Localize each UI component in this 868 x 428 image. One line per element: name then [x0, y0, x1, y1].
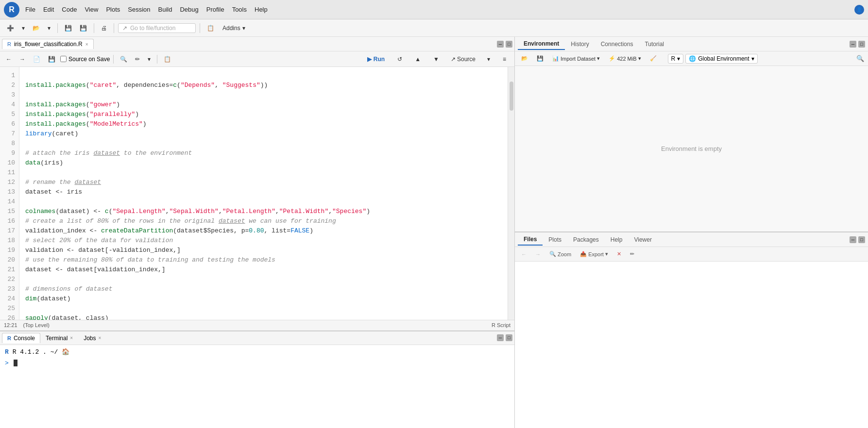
menubar: File Edit Code View Plots Session Build … — [25, 6, 268, 13]
console-minimize-btn[interactable]: ─ — [497, 334, 504, 341]
editor-forward-btn[interactable]: → — [17, 54, 28, 64]
env-maximize-btn[interactable]: □ — [858, 41, 865, 48]
import-label: Import Dataset — [561, 56, 596, 62]
editor-code-insert-btn[interactable]: 📋 — [161, 54, 174, 64]
editor-back-btn[interactable]: ← — [3, 54, 15, 64]
console-tab-jobs[interactable]: Jobs × — [78, 333, 106, 343]
menu-build[interactable]: Build — [158, 6, 172, 13]
editor-search-btn[interactable]: 🔍 — [117, 54, 130, 64]
editor-minimize-btn[interactable]: ─ — [497, 41, 504, 48]
print-button[interactable]: 🖨 — [98, 23, 110, 33]
files-zoom-btn[interactable]: 🔍 Zoom — [546, 249, 575, 259]
r-selector[interactable]: R ▾ — [668, 54, 684, 64]
source-label: Source — [457, 56, 476, 63]
files-maximize-btn[interactable]: □ — [858, 236, 865, 243]
scrollbar-thumb[interactable] — [510, 82, 513, 111]
files-export-btn[interactable]: 📤 Export ▾ — [577, 249, 612, 259]
console-tab-console[interactable]: R Console — [2, 333, 40, 343]
global-env-selector[interactable]: 🌐 Global Environment ▾ — [685, 54, 757, 64]
up-btn[interactable]: ▲ — [409, 54, 426, 65]
files-tab-viewer[interactable]: Viewer — [628, 234, 657, 245]
menu-code[interactable]: Code — [62, 6, 77, 13]
menu-tools[interactable]: Tools — [232, 6, 247, 13]
global-env-icon: 🌐 — [689, 55, 696, 62]
script-type: R Script — [492, 322, 511, 328]
code-area[interactable]: 1 2 3 4 5 6 7 8 9 10 11 12 13 14 15 16 1 — [0, 67, 514, 320]
import-dataset-btn[interactable]: 📊 Import Dataset ▾ — [549, 54, 603, 63]
env-minimize-btn[interactable]: ─ — [850, 41, 856, 48]
editor-pane: R iris_flower_classification.R × ─ □ ← →… — [0, 37, 515, 428]
menu-view[interactable]: View — [85, 6, 98, 13]
jobs-close-icon[interactable]: × — [99, 335, 102, 341]
menu-debug[interactable]: Debug — [180, 6, 198, 13]
new-file-button[interactable]: ➕ — [4, 23, 17, 33]
source-button[interactable]: ↗ Source — [446, 54, 480, 65]
run-label: Run — [374, 56, 385, 63]
terminal-close-icon[interactable]: × — [70, 335, 73, 341]
env-empty-message: Environment is empty — [661, 145, 722, 152]
env-clear-btn[interactable]: 🧹 — [647, 54, 660, 63]
run-button[interactable]: ▶ Run — [362, 54, 390, 65]
console-tab-terminal[interactable]: Terminal × — [40, 333, 78, 343]
save-button[interactable]: 💾 — [62, 23, 75, 33]
source-on-save-checkbox[interactable] — [60, 56, 67, 62]
editor-tab-name: iris_flower_classification.R — [14, 41, 83, 48]
down-btn[interactable]: ▼ — [428, 54, 444, 65]
env-tab-history[interactable]: History — [565, 39, 595, 49]
r-version-text: R 4.1.2 . ~/ — [13, 348, 58, 356]
new-file-dropdown-button[interactable]: ▾ — [19, 23, 28, 33]
source-dropdown-btn[interactable]: ▾ — [482, 54, 495, 65]
files-edit-btn[interactable]: ✏ — [627, 249, 638, 259]
console-cursor — [14, 360, 17, 366]
menu-session[interactable]: Session — [128, 6, 150, 13]
editor-menu-btn[interactable]: ≡ — [497, 54, 511, 65]
menu-plots[interactable]: Plots — [106, 6, 120, 13]
global-env-arrow: ▾ — [751, 55, 754, 62]
env-tab-connections[interactable]: Connections — [595, 39, 639, 49]
line-numbers: 1 2 3 4 5 6 7 8 9 10 11 12 13 14 15 16 1 — [0, 67, 19, 320]
memory-dropdown-icon: ▾ — [638, 55, 641, 62]
addins-button[interactable]: Addins ▾ — [219, 23, 249, 33]
editor-maximize-btn[interactable]: □ — [506, 41, 512, 48]
editor-tab-iris[interactable]: R iris_flower_classification.R × — [2, 39, 94, 49]
files-close-btn[interactable]: ✕ — [613, 249, 625, 259]
open-file-dropdown-button[interactable]: ▾ — [45, 23, 53, 33]
editor-save-btn[interactable]: 💾 — [45, 54, 58, 64]
menu-edit[interactable]: Edit — [43, 6, 54, 13]
editor-tab-close[interactable]: × — [85, 42, 88, 47]
main-layout: R iris_flower_classification.R × ─ □ ← →… — [0, 37, 868, 428]
files-tab-packages[interactable]: Packages — [567, 234, 605, 245]
files-section: Files Plots Packages Help Viewer ─ □ ← →… — [515, 232, 868, 428]
save-all-button[interactable]: 💾 — [77, 23, 90, 33]
vertical-scrollbar[interactable] — [508, 67, 514, 320]
editor-show-file-btn[interactable]: 📄 — [30, 54, 43, 64]
files-toolbar: ← → 🔍 Zoom 📤 Export ▾ ✕ ✏ — [515, 247, 868, 262]
menu-file[interactable]: File — [25, 6, 35, 13]
files-tab-help[interactable]: Help — [605, 234, 629, 245]
open-file-button[interactable]: 📂 — [30, 23, 43, 33]
editor-spellcheck-btn[interactable]: ✏ — [132, 54, 143, 64]
env-open-btn[interactable]: 📂 — [518, 54, 531, 63]
project-button[interactable]: 📋 — [204, 23, 217, 33]
import-dropdown-icon: ▾ — [597, 55, 600, 62]
files-tab-files[interactable]: Files — [518, 234, 543, 246]
env-search-btn[interactable]: 🔍 — [855, 54, 865, 64]
menu-profile[interactable]: Profile — [206, 6, 224, 13]
files-back-btn[interactable]: ← — [518, 250, 530, 259]
console-input-line: > — [5, 360, 510, 367]
menu-help[interactable]: Help — [255, 6, 268, 13]
global-env-label: Global Environment — [698, 55, 749, 62]
console-maximize-btn[interactable]: □ — [506, 334, 512, 341]
files-tab-plots[interactable]: Plots — [543, 234, 567, 245]
rerun-button[interactable]: ↺ — [392, 54, 408, 65]
code-editor[interactable]: install.packages("caret", dependencies=c… — [19, 67, 514, 320]
files-minimize-btn[interactable]: ─ — [850, 236, 856, 243]
env-memory-btn[interactable]: ⚡ 422 MiB ▾ — [605, 54, 644, 63]
env-tab-environment[interactable]: Environment — [518, 38, 565, 50]
env-save-btn[interactable]: 💾 — [533, 54, 547, 63]
console-body[interactable]: R R 4.1.2 . ~/ 🏠 > — [0, 345, 514, 428]
goto-file-input[interactable]: ↗ Go to file/function — [118, 23, 196, 33]
editor-spellcheck-dropdown[interactable]: ▾ — [145, 54, 153, 64]
env-tab-tutorial[interactable]: Tutorial — [639, 39, 670, 49]
files-forward-btn[interactable]: → — [532, 250, 544, 259]
